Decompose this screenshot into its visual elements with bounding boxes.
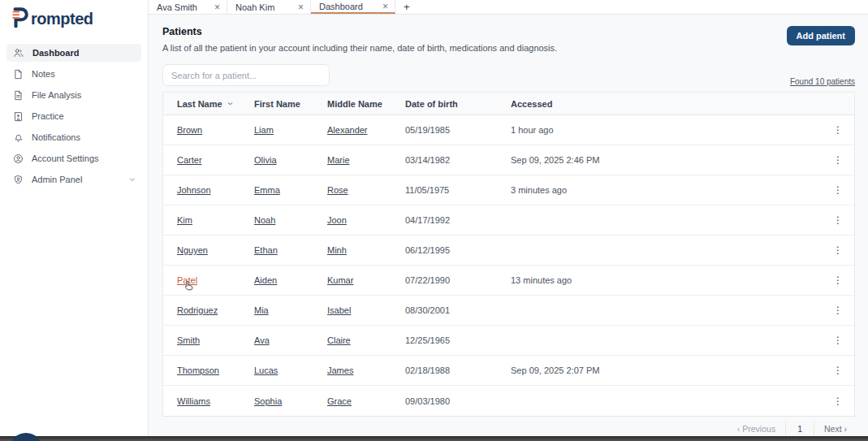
column-header-date-of-birth[interactable]: Date of birth (405, 99, 511, 109)
sidebar-item-account-settings[interactable]: Account Settings (6, 149, 141, 167)
sidebar-item-notifications[interactable]: Notifications (6, 128, 141, 146)
patient-middle-link[interactable]: Kumar (327, 275, 353, 285)
patient-middle-link[interactable]: Marie (327, 155, 350, 165)
row-menu-kebab-icon[interactable]: ⋮ (822, 124, 854, 136)
patient-middle-link[interactable]: Rose (327, 185, 348, 195)
patient-first-link[interactable]: Sophia (254, 396, 282, 406)
accessed-cell: 1 hour ago (511, 125, 822, 135)
patient-first-link[interactable]: Noah (254, 215, 275, 225)
sidebar-item-dashboard[interactable]: Dashboard (6, 44, 141, 62)
page-number-button[interactable]: 1 (785, 422, 814, 436)
sidebar-item-practice[interactable]: Practice (6, 107, 141, 125)
dob-cell: 05/19/1985 (405, 125, 511, 135)
column-header-first-name[interactable]: First Name (254, 99, 327, 109)
taskbar-edge (0, 436, 868, 441)
patient-last-link[interactable]: Williams (177, 396, 210, 406)
row-menu-kebab-icon[interactable]: ⋮ (822, 396, 854, 407)
sidebar-item-label: Notifications (32, 132, 80, 142)
tab-noah-kim[interactable]: Noah Kim× (227, 0, 311, 14)
table-row: BrownLiamAlexander05/19/19851 hour ago⋮ (163, 115, 854, 145)
patient-first-link[interactable]: Ethan (254, 245, 278, 255)
table-row: RodriguezMiaIsabel08/30/2001⋮ (163, 296, 854, 326)
row-menu-kebab-icon[interactable]: ⋮ (822, 275, 854, 286)
patients-table: Last NameFirst NameMiddle NameDate of bi… (162, 92, 855, 417)
page-header: Patients A list of all the patient in yo… (162, 26, 855, 53)
pagination: ‹ Previous 1 Next › (162, 422, 855, 436)
patient-last-link[interactable]: Smith (177, 335, 200, 345)
dob-cell: 06/12/1995 (405, 245, 511, 255)
patient-first-link[interactable]: Emma (254, 185, 280, 195)
accessed-cell: Sep 09, 2025 2:46 PM (511, 155, 822, 165)
row-menu-kebab-icon[interactable]: ⋮ (822, 154, 854, 166)
search-input[interactable] (162, 64, 330, 86)
patient-last-link[interactable]: Brown (177, 125, 202, 135)
sidebar-item-label: Dashboard (32, 48, 79, 58)
tab-ava-smith[interactable]: Ava Smith× (149, 0, 227, 14)
patient-first-link[interactable]: Lucas (254, 365, 278, 375)
row-menu-kebab-icon[interactable]: ⋮ (822, 365, 854, 376)
patient-last-link[interactable]: Thompson (177, 365, 219, 375)
dob-cell: 03/14/1982 (405, 155, 511, 165)
logo-wordmark: rompted (31, 10, 93, 28)
found-patients-link[interactable]: Found 10 patients (790, 77, 855, 86)
patient-last-link[interactable]: Patel (177, 275, 197, 285)
column-header-middle-name[interactable]: Middle Name (327, 99, 405, 109)
table-row: SmithAvaClaire12/25/1965⋮ (163, 326, 854, 356)
row-menu-kebab-icon[interactable]: ⋮ (822, 335, 854, 346)
sidebar-item-file-analysis[interactable]: File Analysis (6, 86, 141, 104)
building-icon (13, 111, 24, 122)
close-icon[interactable]: × (298, 2, 304, 12)
row-menu-kebab-icon[interactable]: ⋮ (822, 305, 854, 316)
previous-page-button[interactable]: ‹ Previous (732, 422, 785, 436)
patient-middle-link[interactable]: Joon (327, 215, 347, 225)
patient-first-link[interactable]: Mia (254, 305, 269, 315)
close-icon[interactable]: × (382, 2, 388, 11)
dob-cell: 12/25/1965 (405, 335, 511, 345)
dob-cell: 08/30/2001 (405, 305, 511, 315)
row-menu-kebab-icon[interactable]: ⋮ (822, 184, 854, 196)
patient-last-link[interactable]: Nguyen (177, 245, 208, 255)
row-menu-kebab-icon[interactable]: ⋮ (822, 214, 854, 226)
new-tab-button[interactable]: + (395, 0, 418, 14)
chevron-down-icon (128, 175, 136, 184)
sidebar-item-label: File Analysis (32, 90, 81, 100)
next-page-button[interactable]: Next › (814, 422, 852, 436)
patient-middle-link[interactable]: James (327, 365, 353, 375)
tab-label: Dashboard (319, 2, 363, 11)
row-menu-kebab-icon[interactable]: ⋮ (822, 244, 854, 256)
sidebar-item-notes[interactable]: Notes (6, 65, 141, 83)
patient-middle-link[interactable]: Minh (327, 245, 347, 255)
content-region: Ava Smith×Noah Kim×Dashboard×+ Patients … (149, 0, 868, 441)
patient-middle-link[interactable]: Grace (327, 396, 352, 406)
patient-first-link[interactable]: Aiden (254, 275, 277, 285)
page-header-text: Patients A list of all the patient in yo… (162, 26, 557, 53)
table-row: CarterOliviaMarie03/14/1982Sep 09, 2025 … (163, 145, 854, 175)
sort-chevron-icon (227, 99, 234, 109)
patient-last-link[interactable]: Rodriguez (177, 305, 218, 315)
sidebar-item-admin-panel[interactable]: Admin Panel (6, 171, 141, 188)
table-row: PatelAidenKumar07/22/199013 minutes ago⋮ (163, 266, 854, 296)
patient-last-link[interactable]: Carter (177, 155, 202, 165)
table-header-row: Last NameFirst NameMiddle NameDate of bi… (163, 93, 854, 115)
patient-last-link[interactable]: Kim (177, 215, 192, 225)
close-icon[interactable]: × (214, 2, 220, 12)
column-header-accessed[interactable]: Accessed (511, 99, 822, 109)
patient-last-link[interactable]: Johnson (177, 185, 211, 195)
patient-middle-link[interactable]: Claire (327, 335, 351, 345)
patient-first-link[interactable]: Olivia (254, 155, 277, 165)
tab-dashboard[interactable]: Dashboard× (311, 0, 395, 14)
patient-middle-link[interactable]: Alexander (327, 125, 368, 135)
page-description: A list of all the patient in your accoun… (162, 43, 557, 53)
patient-first-link[interactable]: Liam (254, 125, 274, 135)
sidebar-item-label: Practice (32, 111, 64, 121)
dob-cell: 04/17/1992 (405, 215, 511, 225)
patient-middle-link[interactable]: Isabel (327, 305, 351, 315)
sidebar-item-label: Account Settings (32, 153, 99, 163)
add-patient-button[interactable]: Add patient (787, 26, 856, 45)
accessed-cell: 3 minutes ago (511, 185, 822, 195)
users-icon (13, 47, 24, 58)
patient-first-link[interactable]: Ava (254, 335, 270, 345)
column-header-last-name[interactable]: Last Name (177, 99, 254, 109)
accessed-cell: 13 minutes ago (511, 275, 822, 285)
file-text-icon (13, 90, 24, 101)
